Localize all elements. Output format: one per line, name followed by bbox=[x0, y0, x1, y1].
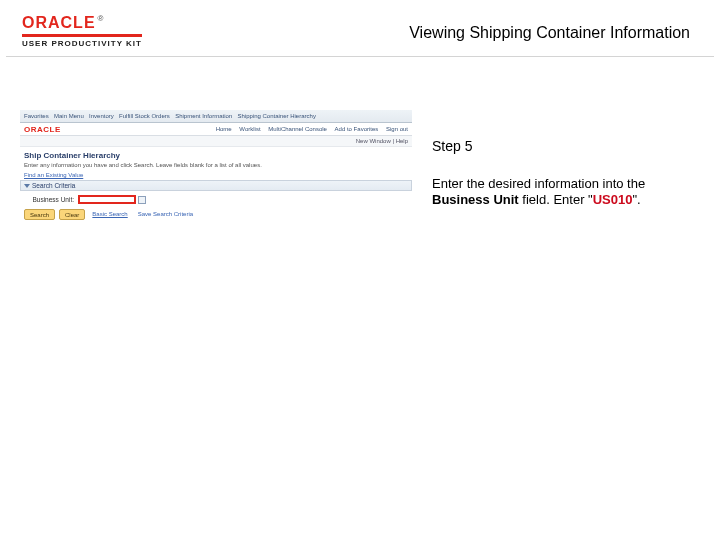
step-label: Step 5 bbox=[432, 138, 472, 154]
lesson-title: Viewing Shipping Container Information bbox=[409, 24, 690, 42]
instruction-segment: Enter the desired information into the bbox=[432, 176, 645, 191]
breadcrumb-item[interactable]: Favorites bbox=[24, 113, 49, 119]
save-search-link[interactable]: Save Search Criteria bbox=[135, 209, 196, 220]
app-screenshot-panel: Favorites Main Menu Inventory Fulfill St… bbox=[20, 110, 412, 255]
nav-link-addfav[interactable]: Add to Favorites bbox=[335, 126, 379, 132]
app-subheader: New Window | Help bbox=[20, 136, 412, 147]
breadcrumb-item[interactable]: Shipment Information bbox=[175, 113, 232, 119]
business-unit-label: Business Unit: bbox=[24, 196, 74, 203]
oracle-wordmark: ORACLE bbox=[22, 14, 96, 31]
business-unit-row: Business Unit: bbox=[20, 194, 412, 205]
breadcrumb-item[interactable]: Fulfill Stock Orders bbox=[119, 113, 170, 119]
business-unit-input[interactable] bbox=[78, 195, 136, 204]
trademark-symbol: ® bbox=[98, 14, 104, 23]
breadcrumb-item[interactable]: Shipping Container Hierarchy bbox=[238, 113, 316, 119]
app-breadcrumb-bar: Favorites Main Menu Inventory Fulfill St… bbox=[20, 110, 412, 123]
breadcrumb: Favorites Main Menu Inventory Fulfill St… bbox=[24, 113, 408, 119]
nav-link-signout[interactable]: Sign out bbox=[386, 126, 408, 132]
search-button[interactable]: Search bbox=[24, 209, 55, 220]
page-title: Ship Container Hierarchy bbox=[20, 147, 412, 162]
oracle-upk-logo: ORACLE® USER PRODUCTIVITY KIT bbox=[22, 14, 142, 48]
app-oracle-logo: ORACLE bbox=[24, 125, 61, 134]
logo-divider bbox=[22, 34, 142, 37]
new-window-link[interactable]: New Window | Help bbox=[356, 138, 408, 144]
basic-search-link[interactable]: Basic Search bbox=[89, 209, 130, 220]
collapse-icon bbox=[24, 184, 30, 188]
button-row: Search Clear Basic Search Save Search Cr… bbox=[20, 205, 412, 224]
breadcrumb-item[interactable]: Main Menu bbox=[54, 113, 84, 119]
instruction-value: US010 bbox=[593, 192, 633, 207]
nav-link-home[interactable]: Home bbox=[216, 126, 232, 132]
search-criteria-bar[interactable]: Search Criteria bbox=[20, 180, 412, 191]
app-brand-row: ORACLE Home Worklist MultiChannel Consol… bbox=[20, 123, 412, 136]
nav-link-worklist[interactable]: Worklist bbox=[239, 126, 260, 132]
instruction-field-name: Business Unit bbox=[432, 192, 519, 207]
breadcrumb-item[interactable]: Inventory bbox=[89, 113, 114, 119]
instruction-segment: field. Enter bbox=[522, 192, 588, 207]
lookup-icon[interactable] bbox=[138, 196, 146, 204]
instruction-text: Enter the desired information into the B… bbox=[432, 176, 682, 208]
section-title: Search Criteria bbox=[32, 182, 75, 189]
nav-link-channel[interactable]: MultiChannel Console bbox=[268, 126, 327, 132]
clear-button[interactable]: Clear bbox=[59, 209, 85, 220]
header-divider bbox=[6, 56, 714, 57]
page-subtitle: Enter any information you have and click… bbox=[20, 162, 412, 172]
upk-subline: USER PRODUCTIVITY KIT bbox=[22, 39, 142, 48]
find-existing-link[interactable]: Find an Existing Value bbox=[20, 172, 412, 180]
app-nav-links: Home Worklist MultiChannel Console Add t… bbox=[210, 126, 408, 132]
